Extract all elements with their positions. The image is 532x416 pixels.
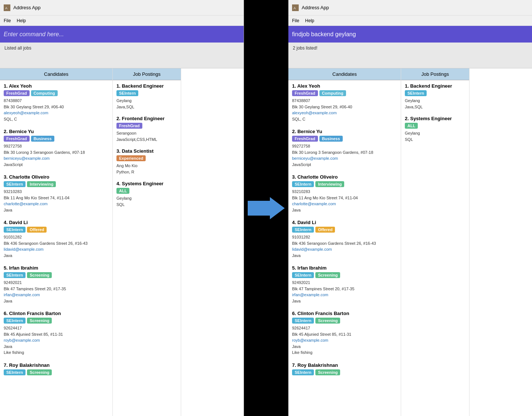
badge-business: Business bbox=[319, 136, 343, 142]
badge-row: FreshGradBusiness bbox=[292, 136, 397, 142]
candidate-name: 2. Bernice Yu bbox=[292, 129, 397, 134]
badge-row: SEInternOffered bbox=[4, 227, 109, 233]
badge-seintern: SEIntern bbox=[4, 181, 26, 187]
badge-screening: Screening bbox=[27, 318, 52, 324]
candidate-email: alexyeoh@example.com bbox=[292, 111, 337, 115]
badge-freshgrad: FreshGrad bbox=[292, 90, 318, 96]
candidate-info: 99272758Blk 30 Lorong 3 Serangoon Garden… bbox=[292, 143, 397, 168]
candidate-name: 7. Roy Balakrishnan bbox=[292, 362, 397, 368]
badge-freshgrad: FreshGrad bbox=[4, 90, 30, 96]
right-candidates-panel: Candidates 1. Alex Yeoh FreshGradComputi… bbox=[288, 68, 401, 416]
badge-screening: Screening bbox=[315, 369, 340, 375]
badge-experienced: Experienced bbox=[116, 155, 146, 161]
badge-seintern: SEIntern bbox=[4, 227, 26, 233]
right-menu-file[interactable]: File bbox=[292, 18, 299, 23]
badge-row: SEInternScreening bbox=[292, 272, 397, 278]
badge-row: SEInternScreening bbox=[4, 318, 109, 324]
candidate-info: 99272758Blk 30 Lorong 3 Serangoon Garden… bbox=[4, 143, 109, 168]
badge-freshgrad: FreshGrad bbox=[116, 123, 142, 129]
left-menu-help[interactable]: Help bbox=[17, 18, 26, 23]
list-item: 2. Bernice Yu FreshGradBusiness 99272758… bbox=[292, 129, 397, 168]
right-candidates-list: 1. Alex Yeoh FreshGradComputing 87438807… bbox=[288, 80, 401, 385]
candidate-email: irfan@example.com bbox=[4, 292, 40, 297]
candidate-email: alexyeoh@example.com bbox=[4, 111, 48, 115]
badge-seintern: SEIntern bbox=[292, 318, 314, 324]
right-candidates-header: Candidates bbox=[288, 68, 401, 80]
list-item: 1. Alex Yeoh FreshGradComputing 87438807… bbox=[292, 83, 397, 122]
list-item: 2. Systems Engineer ALL GeylangSQL bbox=[405, 116, 465, 142]
badge-seintern: SEIntern bbox=[4, 369, 26, 375]
candidate-email: berniceyu@example.com bbox=[292, 156, 338, 160]
candidate-name: 3. Charlotte Oliveiro bbox=[4, 174, 109, 180]
candidate-info: 92492021Blk 47 Tampines Street 20, #17-3… bbox=[292, 280, 397, 304]
badge-row: SEInternScreening bbox=[4, 272, 109, 278]
candidate-email: irfan@example.com bbox=[292, 292, 328, 297]
badge-seintern: SEIntern bbox=[292, 181, 314, 187]
right-menu-help[interactable]: Help bbox=[305, 18, 314, 23]
right-command-bar bbox=[288, 26, 532, 43]
badge-row: SEInternInterviewing bbox=[292, 181, 397, 187]
right-jobs-panel: Job Postings 1. Backend Engineer SEInter… bbox=[401, 68, 470, 416]
candidate-info: 92624417Blk 45 Aljunied Street 85, #11-3… bbox=[4, 325, 109, 356]
list-item: 2. Frontend Engineer FreshGrad Serangoon… bbox=[116, 116, 177, 142]
list-item: 3. Charlotte Oliveiro SEInternInterviewi… bbox=[292, 174, 397, 213]
badge-seintern: SEIntern bbox=[4, 318, 26, 324]
candidate-name: 6. Clinton Francis Barton bbox=[292, 311, 397, 316]
badge-interviewing: Interviewing bbox=[27, 181, 56, 187]
job-info: GeylangJava,SQL bbox=[405, 98, 465, 110]
badge-seintern: SEIntern bbox=[405, 90, 427, 96]
left-jobs-list: 1. Backend Engineer SEIntern GeylangJava… bbox=[113, 80, 181, 216]
candidate-email: royb@example.com bbox=[4, 338, 40, 342]
badge-offered: Offered bbox=[27, 227, 47, 233]
list-item: 7. Roy Balakrishnan SEInternScreening bbox=[4, 362, 109, 375]
badge-seintern: SEIntern bbox=[292, 369, 314, 375]
candidate-email: royb@example.com bbox=[292, 338, 328, 342]
candidate-name: 3. Charlotte Oliveiro bbox=[292, 174, 397, 180]
job-name: 3. Data Scientist bbox=[116, 148, 177, 154]
badge-row: SEIntern bbox=[405, 90, 465, 96]
candidate-info: 93210283Blk 11 Ang Mo Kio Street 74, #11… bbox=[292, 189, 397, 213]
list-item: 5. Irfan Ibrahim SEInternScreening 92492… bbox=[292, 265, 397, 304]
candidate-name: 5. Irfan Ibrahim bbox=[292, 265, 397, 271]
left-command-input[interactable] bbox=[4, 31, 240, 38]
badge-row: Experienced bbox=[116, 155, 177, 161]
job-info: GeylangSQL bbox=[116, 195, 177, 207]
candidate-name: 4. David Li bbox=[292, 220, 397, 225]
list-item: 6. Clinton Francis Barton SEInternScreen… bbox=[292, 311, 397, 356]
candidate-email: lidavid@example.com bbox=[292, 247, 332, 251]
badge-row: SEInternScreening bbox=[292, 318, 397, 324]
right-app-icon: A bbox=[292, 4, 299, 11]
candidate-name: 1. Alex Yeoh bbox=[4, 83, 109, 89]
left-menu-file[interactable]: File bbox=[4, 18, 11, 23]
left-app-window: A Address App File Help Listed all jobs … bbox=[0, 0, 244, 416]
candidate-name: 6. Clinton Francis Barton bbox=[4, 311, 109, 316]
candidate-name: 1. Alex Yeoh bbox=[292, 83, 397, 89]
left-app-icon: A bbox=[4, 4, 10, 11]
badge-row: ALL bbox=[116, 188, 177, 194]
left-status-bar: Listed all jobs bbox=[0, 43, 244, 68]
badge-computing: Computing bbox=[31, 90, 58, 96]
badge-all: ALL bbox=[405, 123, 418, 129]
job-info: GeylangJava,SQL bbox=[116, 98, 177, 110]
job-info: SerangoonJavaScript,CSS,HTML bbox=[116, 130, 177, 142]
badge-business: Business bbox=[31, 136, 54, 142]
job-info: GeylangSQL bbox=[405, 130, 465, 142]
badge-row: SEInternScreening bbox=[4, 369, 109, 375]
right-title-bar: A Address App bbox=[288, 0, 532, 16]
badge-interviewing: Interviewing bbox=[315, 181, 344, 187]
badge-screening: Screening bbox=[27, 272, 52, 278]
left-title-bar: A Address App bbox=[0, 0, 244, 16]
badge-row: ALL bbox=[405, 123, 465, 129]
candidate-email: berniceyu@example.com bbox=[4, 156, 50, 160]
candidate-name: 7. Roy Balakrishnan bbox=[4, 362, 109, 368]
candidate-info: 91031282Blk 436 Serangoon Gardens Street… bbox=[292, 234, 397, 258]
list-item: 3. Data Scientist Experienced Ang Mo Kio… bbox=[116, 148, 177, 175]
right-content-area: Candidates 1. Alex Yeoh FreshGradComputi… bbox=[288, 68, 532, 416]
list-item: 1. Backend Engineer SEIntern GeylangJava… bbox=[405, 83, 465, 110]
badge-computing: Computing bbox=[319, 90, 346, 96]
left-jobs-header: Job Postings bbox=[113, 68, 181, 80]
right-command-input[interactable] bbox=[292, 31, 528, 38]
candidate-info: 91031282Blk 436 Serangoon Gardens Street… bbox=[4, 234, 109, 258]
job-info: Ang Mo KioPython, R bbox=[116, 163, 177, 175]
job-name: 2. Frontend Engineer bbox=[116, 116, 177, 121]
